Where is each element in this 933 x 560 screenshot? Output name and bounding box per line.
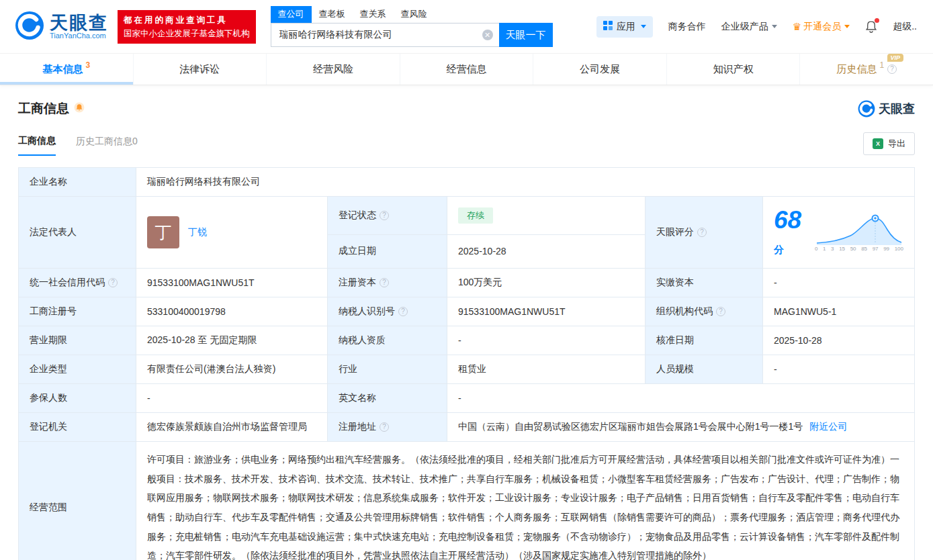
table-row: 登记机关 德宏傣族景颇族自治州市场监督管理局 注册地址 中国（云南）自由贸易试验… (19, 413, 915, 442)
search-input[interactable] (271, 23, 499, 47)
tab-company-development[interactable]: 公司发展 (533, 54, 666, 85)
chevron-down-icon (844, 25, 850, 28)
export-label: 导出 (888, 138, 905, 150)
tab-legal-proceedings[interactable]: 法律诉讼 (133, 54, 267, 85)
nearby-companies-link[interactable]: 附近公司 (809, 421, 847, 432)
clear-search-icon[interactable] (482, 30, 493, 40)
field-label: 行业 (328, 355, 447, 384)
field-label: 法定代表人 (19, 197, 136, 269)
table-row: 企业类型 有限责任公司(港澳台法人独资) 行业 租赁业 人员规模 - (19, 355, 915, 384)
promo-banner[interactable]: 都在用的商业查询工具 国家中小企业发展子基金旗下机构 (118, 10, 256, 44)
nav-open-membership[interactable]: ♛ 开通会员 (793, 21, 850, 33)
reg-authority-value: 德宏傣族景颇族自治州市场监督管理局 (136, 413, 328, 442)
subtab-row: 工商信息 历史工商信息0 导出 (18, 132, 915, 158)
help-icon[interactable] (716, 307, 725, 316)
tab-operational-risk[interactable]: 经营风险 (266, 54, 400, 85)
tab-label: 基本信息 (42, 63, 83, 76)
business-registration-section: 工商信息 天眼查 工商信息 历史工商信息0 导出 企业名称 瑞丽哈行网络科技有限… (0, 85, 933, 560)
business-info-table: 企业名称 瑞丽哈行网络科技有限公司 法定代表人 丁 丁锐 登记状态 存续 天眼评… (18, 167, 915, 560)
search-tab-company[interactable]: 查公司 (271, 6, 312, 23)
tab-business-info[interactable]: 经营信息 (400, 54, 533, 85)
field-label: 工商注册号 (19, 297, 136, 326)
score-value: 68分 (774, 207, 804, 257)
approval-date-value: 2025-10-28 (763, 326, 915, 355)
business-scope-value: 许可项目：旅游业务；供电业务；网络预约出租汽车经营服务。（依法须经批准的项目，经… (136, 442, 915, 560)
tab-label: 经营风险 (313, 63, 353, 76)
tianyancha-logo-icon (15, 11, 44, 43)
section-title: 工商信息 (18, 100, 69, 118)
status-badge: 存续 (458, 207, 493, 224)
help-icon[interactable] (887, 64, 897, 74)
table-row: 统一社会信用代码 91533100MAG1NWU51T 注册资本 100万美元 … (19, 269, 915, 297)
field-label: 天眼评分 (646, 197, 763, 269)
score-axis-labels: 0131550859799100 (815, 246, 903, 252)
tab-count: 3 (85, 60, 90, 70)
field-label: 登记状态 (328, 197, 447, 235)
membership-label: 开通会员 (803, 21, 841, 33)
chevron-down-icon (772, 25, 777, 28)
nav-enterprise-products[interactable]: 企业级产品 (721, 21, 777, 33)
tab-count: 1 (879, 60, 884, 70)
reg-address-value: 中国（云南）自由贸易试验区德宏片区瑞丽市姐告会展路1号会展中心附1号一楼1号附近… (447, 413, 915, 442)
staff-size-value: - (763, 355, 915, 384)
legal-rep-link[interactable]: 丁锐 (188, 226, 207, 238)
insured-count-value: - (136, 384, 328, 413)
excel-icon (873, 138, 883, 149)
tab-history-info[interactable]: 历史信息 1 VIP (799, 54, 933, 85)
field-label: 组织机构代码 (646, 297, 763, 326)
help-icon[interactable] (380, 211, 389, 220)
logo-subtitle: TianYanCha.com (50, 32, 108, 40)
subtab-history-business-info[interactable]: 历史工商信息0 (76, 136, 138, 155)
promo-line1: 都在用的商业查询工具 (124, 13, 250, 27)
search-tab-boss[interactable]: 查老板 (312, 6, 353, 23)
reg-number-value: 533100400019798 (136, 297, 328, 326)
table-row: 法定代表人 丁 丁锐 登记状态 存续 天眼评分 68分 (19, 197, 915, 235)
header-nav: 应用 商务合作 企业级产品 ♛ 开通会员 超级.. (596, 16, 917, 38)
business-term-value: 2025-10-28 至 无固定期限 (136, 326, 328, 355)
tab-label: 法律诉讼 (179, 63, 220, 76)
search-tab-relation[interactable]: 查关系 (353, 6, 394, 23)
org-code-value: MAG1NWU5-1 (763, 297, 915, 326)
table-row: 经营范围 许可项目：旅游业务；供电业务；网络预约出租汽车经营服务。（依法须经批准… (19, 442, 915, 560)
apps-menu[interactable]: 应用 (596, 16, 653, 38)
chevron-down-icon (641, 25, 646, 28)
notifications-bell[interactable] (865, 20, 877, 34)
score-distribution-chart: 0131550859799100 (815, 213, 903, 252)
field-label: 实缴资本 (646, 269, 763, 297)
field-label: 纳税人资质 (328, 326, 447, 355)
tab-label: 历史信息 (836, 63, 877, 76)
notification-dot (875, 18, 879, 23)
field-label: 注册资本 (328, 269, 447, 297)
search-button[interactable]: 天眼一下 (499, 23, 553, 47)
nav-super-member[interactable]: 超级.. (893, 21, 917, 33)
field-label: 统一社会信用代码 (19, 269, 136, 297)
field-label: 英文名称 (328, 384, 447, 413)
taxpayer-quality-value: - (447, 326, 646, 355)
export-button[interactable]: 导出 (863, 132, 915, 155)
apps-grid-icon (603, 21, 613, 32)
reg-status-value: 存续 (447, 197, 646, 235)
taxpayer-id-value: 91533100MAG1NWU51T (447, 297, 646, 326)
subtab-count: 0 (132, 136, 138, 146)
subscribe-bell-icon[interactable] (74, 101, 85, 116)
search-tab-risk[interactable]: 查风险 (394, 6, 435, 23)
subtab-business-info[interactable]: 工商信息 (18, 135, 56, 156)
tab-intellectual-property[interactable]: 知识产权 (666, 54, 800, 85)
tianyancha-logo[interactable]: 天眼查 TianYanCha.com (15, 11, 108, 43)
help-icon[interactable] (380, 422, 389, 432)
tab-basic-info[interactable]: 基本信息 3 (0, 54, 133, 85)
company-tab-bar: 基本信息 3 法律诉讼 经营风险 经营信息 公司发展 知识产权 历史信息 1 V… (0, 53, 933, 85)
tab-label: 经营信息 (447, 63, 487, 76)
field-label: 人员规模 (646, 355, 763, 384)
field-label: 企业名称 (19, 168, 136, 197)
help-icon[interactable] (697, 228, 707, 237)
help-icon[interactable] (108, 278, 118, 287)
search-area: 查公司 查老板 查关系 查风险 天眼一下 (271, 6, 553, 47)
field-label: 营业期限 (19, 326, 136, 355)
nav-business-cooperation[interactable]: 商务合作 (668, 21, 706, 33)
tab-label: 知识产权 (713, 63, 754, 76)
watermark-logo: 天眼查 (858, 100, 915, 118)
legal-rep-avatar[interactable]: 丁 (147, 216, 179, 248)
help-icon[interactable] (398, 307, 408, 316)
help-icon[interactable] (380, 278, 389, 287)
